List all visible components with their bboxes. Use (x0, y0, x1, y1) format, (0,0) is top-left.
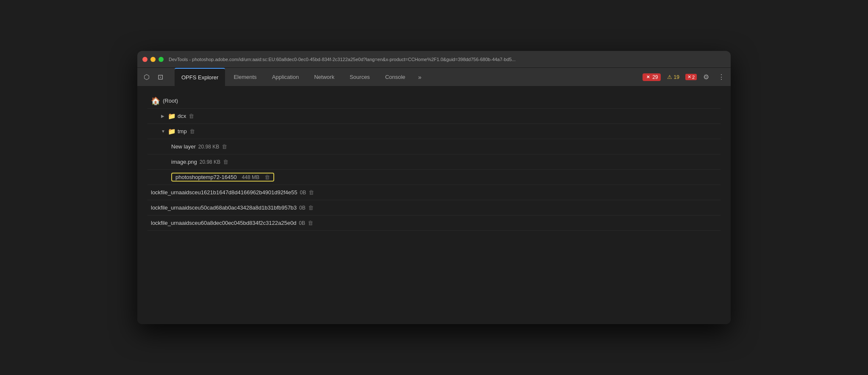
trash-icon-tmp[interactable]: 🗑 (189, 129, 195, 134)
tab-application[interactable]: Application (265, 68, 306, 87)
cursor-icon-button[interactable]: ⬡ (141, 71, 153, 83)
lockfile2-size: 0B (299, 205, 306, 210)
tree-row-root[interactable]: 🏠 (Root) (147, 93, 721, 109)
trash-icon-image-png[interactable]: 🗑 (223, 159, 228, 165)
error-icon-2: ✕ (687, 74, 691, 80)
trash-icon-lockfile3[interactable]: 🗑 (308, 220, 313, 226)
close-button[interactable] (142, 57, 147, 62)
tree-row-lockfile1[interactable]: lockfile_urnaaidsceu1621b1647d8d4166962b… (147, 185, 721, 200)
trash-icon-photoshoptemp[interactable]: 🗑 (264, 174, 270, 180)
image-png-size: 20.98 KB (200, 160, 220, 165)
tree-row-new-layer[interactable]: New layer 20.98 KB 🗑 (147, 139, 721, 154)
more-menu-icon: ⋮ (718, 73, 725, 81)
tree-row-lockfile3[interactable]: lockfile_urnaaidsceu60a8dec00ec045bd834f… (147, 215, 721, 231)
trash-icon-dcx[interactable]: 🗑 (189, 113, 194, 119)
image-png-name: image.png (171, 159, 197, 165)
folder-icon-tmp: 📁 (168, 128, 176, 134)
file-tree: 🏠 (Root) ▶ 📁 dcx 🗑 ▼ 📁 tmp 🗑 New layer 2… (147, 93, 721, 231)
photoshoptemp-size: 448 MB (242, 175, 259, 180)
tree-row-tmp[interactable]: ▼ 📁 tmp 🗑 (147, 124, 721, 139)
minimize-button[interactable] (150, 57, 156, 62)
more-tabs-button[interactable]: » (414, 71, 426, 83)
more-tabs-icon: » (418, 74, 421, 81)
new-layer-name: New layer (171, 144, 196, 149)
warning-triangle-icon: ⚠ (667, 74, 673, 80)
chevron-icon-tmp: ▼ (161, 129, 166, 134)
tab-opfs-explorer[interactable]: OPFS Explorer (175, 68, 225, 87)
new-layer-size: 20.98 KB (198, 144, 219, 149)
device-icon: ⊡ (158, 73, 163, 81)
device-icon-button[interactable]: ⊡ (154, 71, 166, 83)
toolbar-right: ✕ 29 ⚠ 19 ✕ 2 ⚙ ⋮ (643, 71, 727, 83)
lockfile3-size: 0B (299, 221, 305, 226)
content-area: 🏠 (Root) ▶ 📁 dcx 🗑 ▼ 📁 tmp 🗑 New layer 2… (137, 87, 731, 324)
trash-icon-lockfile1[interactable]: 🗑 (309, 190, 314, 195)
tab-sources[interactable]: Sources (343, 68, 377, 87)
error-badge[interactable]: ✕ 29 (643, 73, 660, 81)
photoshoptemp-name: photoshoptemp72-16450 (175, 174, 237, 180)
root-label: (Root) (163, 98, 178, 104)
trash-icon-new-layer[interactable]: 🗑 (222, 144, 227, 149)
error-count-2: 2 (692, 75, 695, 80)
error-circle-icon: ✕ (645, 74, 651, 80)
dcx-label: dcx (178, 113, 186, 119)
devtools-toolbar: ⬡ ⊡ OPFS Explorer Elements Application N… (137, 68, 731, 87)
maximize-button[interactable] (159, 57, 164, 62)
traffic-lights (142, 57, 164, 62)
tab-elements[interactable]: Elements (227, 68, 263, 87)
error-count: 29 (652, 74, 658, 80)
gear-icon: ⚙ (703, 73, 709, 81)
folder-icon-dcx: 📁 (168, 113, 176, 119)
settings-button[interactable]: ⚙ (700, 71, 712, 83)
tree-row-dcx[interactable]: ▶ 📁 dcx 🗑 (147, 109, 721, 124)
lockfile1-size: 0B (300, 190, 306, 195)
tab-network[interactable]: Network (307, 68, 341, 87)
cursor-icon: ⬡ (144, 73, 150, 81)
tree-row-photoshoptemp[interactable]: photoshoptemp72-16450 448 MB 🗑 (147, 170, 721, 185)
title-bar: DevTools - photoshop.adobe.com/id/urn:aa… (137, 51, 731, 68)
more-menu-button[interactable]: ⋮ (715, 71, 727, 83)
photoshoptemp-outline: photoshoptemp72-16450 448 MB 🗑 (171, 173, 274, 182)
lockfile2-name: lockfile_urnaaidsceu50cad68ab0ac43428a8d… (151, 205, 297, 210)
warning-badge[interactable]: ⚠ 19 (664, 73, 682, 81)
chevron-icon-dcx: ▶ (161, 114, 166, 118)
devtools-window: DevTools - photoshop.adobe.com/id/urn:aa… (137, 51, 731, 324)
lockfile3-name: lockfile_urnaaidsceu60a8dec00ec045bd834f… (151, 220, 296, 226)
tmp-label: tmp (178, 129, 187, 134)
lockfile1-name: lockfile_urnaaidsceu1621b1647d8d4166962b… (151, 190, 298, 195)
trash-icon-lockfile2[interactable]: 🗑 (308, 205, 314, 210)
warning-count: 19 (674, 74, 679, 80)
error-badge-2[interactable]: ✕ 2 (685, 74, 697, 80)
tab-console[interactable]: Console (378, 68, 412, 87)
tree-row-image-png[interactable]: image.png 20.98 KB 🗑 (147, 154, 721, 170)
tree-row-lockfile2[interactable]: lockfile_urnaaidsceu50cad68ab0ac43428a8d… (147, 200, 721, 215)
toolbar-icons: ⬡ ⊡ (141, 71, 170, 83)
house-icon: 🏠 (151, 97, 160, 105)
window-title: DevTools - photoshop.adobe.com/id/urn:aa… (169, 57, 726, 62)
